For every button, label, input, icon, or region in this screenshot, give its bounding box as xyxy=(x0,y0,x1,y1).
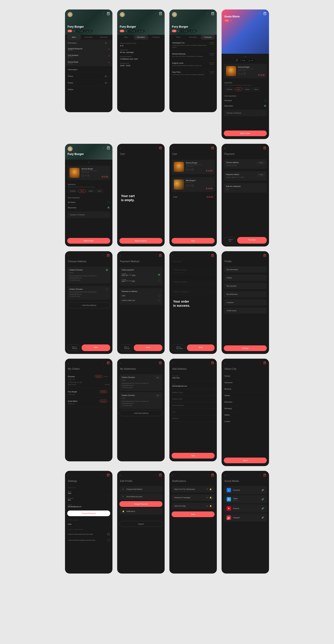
notification-pref[interactable]: Restaurant Campaigns✉🔔 xyxy=(172,494,215,501)
profile-row[interactable]: My Information xyxy=(224,266,267,273)
back-icon[interactable]: ‹ xyxy=(68,474,69,476)
save-button[interactable]: Save xyxy=(82,344,110,351)
chevron-up-icon[interactable]: ⌃ xyxy=(108,197,110,198)
favorite-icon[interactable]: ☆ xyxy=(177,30,179,32)
address-card[interactable]: Ontario (Toronto) 808 Mt Pleasant Rd, To… xyxy=(67,286,110,300)
bag-icon[interactable] xyxy=(107,146,110,150)
bag-icon[interactable] xyxy=(159,474,162,477)
change-button[interactable]: Change xyxy=(257,161,265,164)
address-input[interactable]: Address xyxy=(169,415,217,422)
details-toggle[interactable]: Details ⌃ xyxy=(104,376,110,377)
cheese-quantity[interactable]: Number of Cheese⌄ xyxy=(67,212,110,218)
change-password-button[interactable]: Change Password xyxy=(119,501,162,507)
back-icon[interactable]: ‹ xyxy=(172,362,173,364)
add-icon[interactable]: + xyxy=(108,54,110,58)
more-icon[interactable]: ⋮ xyxy=(103,362,105,364)
change-button[interactable]: Change xyxy=(257,173,265,176)
collapse-button[interactable]: ⌄ xyxy=(222,54,269,58)
reorder-button[interactable]: Reorder xyxy=(100,400,107,402)
back-icon[interactable]: ‹ xyxy=(224,362,225,364)
extra-row[interactable]: Mayonnaise xyxy=(222,103,269,108)
profile-row[interactable]: Coupons xyxy=(224,299,267,306)
ingredient-chip[interactable]: Onion xyxy=(235,88,242,91)
bag-icon[interactable] xyxy=(107,254,110,257)
back-to-orders-button[interactable]: ←Back to My Orders xyxy=(172,344,185,351)
chevron-up-icon[interactable]: ⌃ xyxy=(265,95,266,97)
card-option[interactable]: Y Bank6283 **** **** 7683 xyxy=(122,278,160,284)
notification-pref[interactable]: News From App✉🔔 xyxy=(172,503,215,509)
bag-icon[interactable] xyxy=(263,12,266,15)
more-icon[interactable]: ⋮ xyxy=(259,362,261,364)
back-icon[interactable]: ‹ xyxy=(120,147,121,150)
bag-icon[interactable] xyxy=(107,12,110,15)
social-links-row[interactable]: Links› xyxy=(65,522,112,527)
add-new-address-button[interactable]: + Add New Address xyxy=(119,410,162,416)
more-icon[interactable]: ⋮ xyxy=(155,147,157,149)
next-button[interactable]: Next xyxy=(172,238,215,244)
message-pref[interactable]: I want to receive messages about the sal… xyxy=(65,537,112,543)
profile-row[interactable]: Orders xyxy=(224,274,267,281)
edit-button[interactable]: Edit xyxy=(155,394,161,397)
email-pref[interactable]: I want to receive emails about the sales… xyxy=(65,531,112,537)
back-icon[interactable]: ‹ xyxy=(68,254,69,257)
city-option[interactable]: Vancouver xyxy=(222,379,269,386)
bag-icon[interactable] xyxy=(107,474,110,477)
bag-icon[interactable] xyxy=(263,146,266,150)
more-icon[interactable]: ⋮ xyxy=(258,12,261,15)
add-icon[interactable]: + xyxy=(108,61,110,64)
more-icon[interactable]: ⋮ xyxy=(259,147,261,149)
add-button[interactable]: Add xyxy=(172,453,215,458)
reorder-button[interactable]: Reorder xyxy=(95,375,102,378)
ingredient-chip[interactable]: Lettuce xyxy=(243,88,251,91)
tab-information[interactable]: Information xyxy=(186,35,200,40)
email-input[interactable]: Emailjohndoe@mail.com xyxy=(169,381,217,389)
bag-icon[interactable] xyxy=(159,146,162,150)
edit-button[interactable]: Edit xyxy=(155,376,161,379)
more-icon[interactable]: ⋮ xyxy=(207,255,209,257)
minus-button[interactable]: − xyxy=(186,184,188,187)
back-to-search-button[interactable]: Back to Search xyxy=(119,238,162,244)
plus-button[interactable]: + xyxy=(191,184,194,187)
address-title-input[interactable]: Address Title xyxy=(169,396,217,402)
menu-item[interactable]: Spaghetti Bolognese$ 17.00+ xyxy=(65,46,112,53)
favorite-icon[interactable]: ☆ xyxy=(230,19,232,22)
more-icon[interactable]: ⋮ xyxy=(103,474,105,476)
ingredient-chip[interactable]: Sauce xyxy=(252,88,260,91)
more-icon[interactable]: ⋮ xyxy=(155,362,157,364)
change-password-button[interactable]: Change Password xyxy=(67,510,110,516)
save-button[interactable]: Save xyxy=(134,344,162,351)
back-to-payment-button[interactable]: ←Back to Payment xyxy=(67,344,80,351)
social-accounts-row[interactable]: ⋔Social Media Accounts xyxy=(119,494,162,500)
address-card[interactable]: Ontario (Toronto) Home 808 Mt Pleasant R… xyxy=(67,267,110,284)
tab-menu[interactable]: Menu xyxy=(171,35,185,40)
tab-menu[interactable]: Menu xyxy=(119,35,133,40)
tab-menu[interactable]: Menu xyxy=(67,35,81,40)
bag-icon[interactable] xyxy=(211,362,214,365)
back-icon[interactable]: ‹ xyxy=(120,254,121,257)
more-icon[interactable]: ⋮ xyxy=(259,474,261,476)
plus-button[interactable]: + xyxy=(191,168,194,171)
category-hamburgers[interactable]: Hamburgers⌄ xyxy=(65,66,112,73)
back-icon[interactable]: ‹ xyxy=(224,147,225,150)
notifications-row[interactable]: 🔔Notifications xyxy=(119,508,162,514)
city-option[interactable]: Winnipeg xyxy=(222,405,269,412)
back-button[interactable]: ←Back to Payment xyxy=(119,344,132,351)
purchase-button[interactable]: Purchase xyxy=(237,237,267,244)
more-icon[interactable]: ⋮ xyxy=(207,474,209,476)
city-option[interactable]: Montreal xyxy=(222,386,269,392)
support-button[interactable]: Support xyxy=(119,521,162,527)
change-email-row[interactable]: ✉Change Email Address xyxy=(119,486,162,492)
expand-button[interactable]: ⌄ xyxy=(65,160,112,164)
note-field[interactable]: Note for restaurant here xyxy=(224,183,267,192)
category-pizzas[interactable]: Pizzas8⌄ xyxy=(65,73,112,80)
plus-button[interactable]: + xyxy=(87,174,89,177)
social-account[interactable]: PPinterest🔗 xyxy=(224,504,267,512)
details-toggle[interactable]: ⌄ xyxy=(108,391,110,392)
save-button[interactable]: Save xyxy=(187,344,215,351)
bag-icon[interactable] xyxy=(159,254,162,257)
address-type-input[interactable]: Address Type xyxy=(169,389,217,396)
city-option[interactable]: Halifax xyxy=(222,412,269,418)
cash-option[interactable]: Cash xyxy=(122,293,160,298)
profile-row[interactable]: My Addresses xyxy=(224,291,267,297)
bag-icon[interactable] xyxy=(263,474,266,477)
